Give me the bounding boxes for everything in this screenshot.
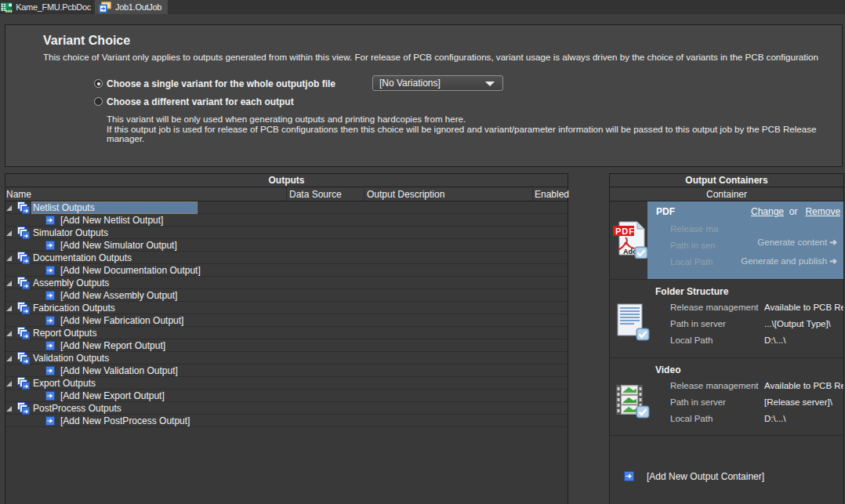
svg-text:PDF: PDF [615, 227, 635, 236]
